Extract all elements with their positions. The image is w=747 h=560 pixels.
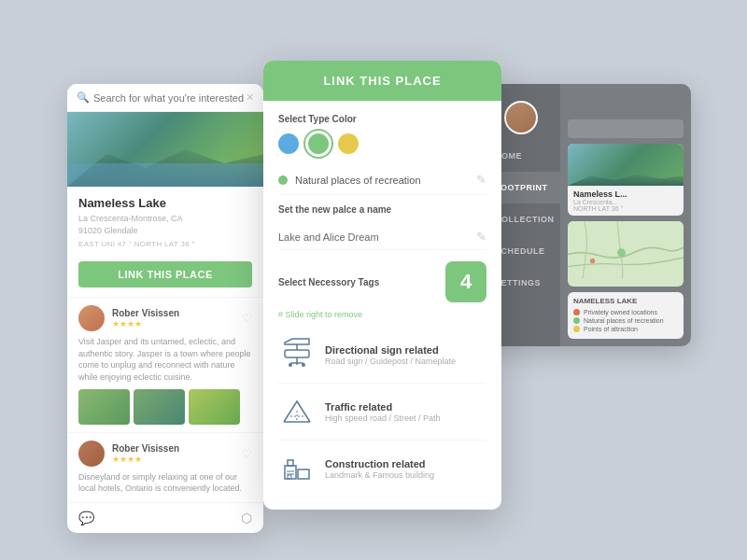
type-indicator-dot	[278, 175, 288, 185]
review-item: Rober Visissen ★★★★ ♡ Visit Jasper and i…	[67, 297, 263, 431]
tags-count-badge: 4	[445, 261, 486, 302]
mini-place-address: La Crescenta...	[573, 199, 678, 205]
place-hero-image	[67, 112, 263, 187]
modal-title: LINK THIS PLACE	[276, 74, 488, 88]
legend-item: Privately owned locations	[573, 309, 678, 315]
review-image	[134, 389, 185, 425]
legend-item: Points of attraction	[573, 326, 678, 332]
star-rating: ★★★★	[112, 455, 179, 464]
tag-subtitle: High speed road / Street / Path	[325, 413, 441, 423]
link-place-button[interactable]: LINK THIS PLACE	[78, 261, 252, 287]
svg-point-18	[590, 259, 595, 263]
link-place-modal: LINK THIS PLACE Select Type Color Natura…	[263, 61, 501, 510]
legend-dot-attraction	[573, 326, 580, 332]
legend-text-natural: Natural places of recreation	[584, 317, 664, 324]
tag-item-traffic[interactable]: Traffic related High speed road / Street…	[278, 384, 486, 441]
tag-subtitle: Road sign / Guidepost / Nameplate	[325, 357, 456, 366]
user-avatar	[504, 101, 538, 134]
tag-subtitle: Landmark & Famous building	[325, 470, 434, 480]
tags-section-header: Select Necessory Tags 4	[278, 261, 486, 302]
panel-top-spacer	[568, 91, 684, 138]
directional-sign-icon	[278, 336, 316, 373]
mini-search-bar	[568, 119, 684, 138]
svg-point-17	[617, 248, 626, 257]
map-svg	[568, 221, 684, 279]
review-images	[78, 389, 252, 425]
review-image	[78, 389, 130, 425]
tag-info: Traffic related High speed road / Street…	[325, 401, 441, 423]
svg-rect-11	[298, 469, 309, 479]
legend-text-private: Privately owned locations	[584, 309, 657, 315]
modal-body: Select Type Color Natural places of recr…	[263, 101, 501, 510]
select-type-color-label: Select Type Color	[278, 114, 486, 124]
place-coords: EAST UNI 47 ° NORTH LAT 36 °	[78, 240, 252, 248]
mini-hero-image	[568, 144, 684, 186]
traffic-icon	[278, 393, 316, 430]
svg-rect-12	[288, 460, 293, 466]
selected-type-row: Natural places of recreation ✎	[278, 165, 486, 195]
color-option-blue[interactable]	[278, 133, 299, 154]
place-name-value: Lake and Alice Dream	[278, 231, 471, 243]
color-selector	[278, 133, 486, 154]
place-address: La Crescenta-Montrose, CA91020 Glendale	[78, 213, 252, 236]
map-legend: NAMELESS LAKE Privately owned locations …	[568, 292, 684, 339]
edit-type-icon[interactable]: ✎	[476, 173, 486, 187]
reviewer-row: Rober Visissen ★★★★ ♡	[78, 441, 252, 467]
close-icon[interactable]: ✕	[246, 91, 254, 104]
panel-content: Nameless L... La Crescenta... NORTH LAT …	[560, 84, 691, 346]
left-card: 🔍 ✕ Nameless Lake La Crescenta-Montrose,…	[67, 84, 263, 533]
legend-title: NAMELESS LAKE	[573, 297, 678, 305]
mini-place-name: Nameless L...	[573, 189, 678, 199]
type-name: Natural places of recreation	[295, 175, 469, 186]
tag-title: Traffic related	[325, 401, 441, 413]
like-icon[interactable]: ♡	[242, 312, 252, 325]
name-section: Set the new palce a name Lake and Alice …	[278, 204, 486, 250]
set-name-label: Set the new palce a name	[278, 204, 486, 215]
reviewer-name: Rober Visissen	[112, 443, 179, 454]
legend-item: Natural places of recreation	[573, 317, 678, 324]
tag-item-construction[interactable]: Construction related Landmark & Famous b…	[278, 441, 486, 497]
review-image	[189, 389, 240, 425]
share-icon[interactable]: ⬡	[241, 511, 252, 525]
svg-rect-10	[285, 466, 296, 479]
color-option-green[interactable]	[308, 133, 329, 154]
edit-name-icon[interactable]: ✎	[476, 230, 486, 244]
tag-info: Directional sign related Road sign / Gui…	[325, 344, 456, 366]
star-rating: ★★★★	[112, 319, 179, 329]
reviewer-info: Rober Visissen ★★★★	[112, 443, 179, 464]
tag-info: Construction related Landmark & Famous b…	[325, 458, 434, 480]
tag-title: Construction related	[325, 458, 434, 469]
mini-map	[568, 221, 684, 287]
avatar	[78, 441, 105, 467]
place-info: Nameless Lake La Crescenta-Montrose, CA9…	[67, 187, 263, 256]
reviewer-info: Rober Visissen ★★★★	[112, 308, 179, 329]
tag-item-directional[interactable]: Directional sign related Road sign / Gui…	[278, 327, 486, 384]
tag-title: Directional sign related	[325, 344, 456, 356]
avatar	[78, 305, 105, 331]
modal-header: LINK THIS PLACE	[263, 61, 501, 101]
color-option-yellow[interactable]	[338, 133, 359, 154]
reviewer-name: Rober Visissen	[112, 308, 179, 318]
mini-place-info: Nameless L... La Crescenta... NORTH LAT …	[568, 186, 684, 216]
place-name: Nameless Lake	[78, 196, 252, 210]
construction-icon	[278, 450, 316, 487]
reviewer-row: Rober Visissen ★★★★ ♡	[78, 305, 252, 331]
mini-place-card: Nameless L... La Crescenta... NORTH LAT …	[568, 144, 684, 216]
review-text: Disneyland or simply relaxing at one of …	[78, 471, 252, 495]
search-bar[interactable]: 🔍 ✕	[67, 84, 263, 112]
chat-icon[interactable]: 💬	[78, 511, 94, 525]
mini-mountain	[568, 172, 684, 186]
card-footer: 💬 ⬡	[67, 502, 263, 533]
review-text: Visit Jasper and its untamed, eclectic, …	[78, 336, 252, 383]
svg-rect-0	[285, 350, 309, 357]
select-tags-label: Select Necessory Tags	[278, 277, 379, 287]
slide-hint: # Slide right to remove	[278, 310, 486, 319]
legend-text-attraction: Points of attraction	[584, 326, 638, 332]
svg-marker-6	[285, 339, 309, 344]
like-icon[interactable]: ♡	[242, 447, 252, 460]
search-icon: 🔍	[77, 91, 90, 104]
review-item: Rober Visissen ★★★★ ♡ Disneyland or simp…	[67, 432, 263, 502]
name-row: Lake and Alice Dream ✎	[278, 224, 486, 250]
search-input[interactable]	[93, 92, 246, 104]
lake-decoration	[67, 163, 263, 187]
